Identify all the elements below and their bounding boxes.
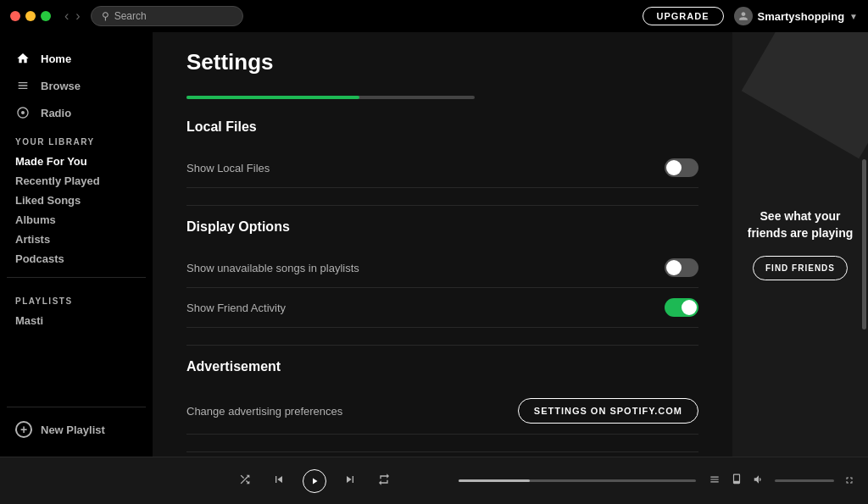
settings-panel: Settings Local Files Show Local Files Di… xyxy=(153,32,732,457)
player-controls xyxy=(183,469,446,493)
window-controls xyxy=(10,11,51,21)
progress-fill xyxy=(459,479,530,482)
user-menu-button[interactable]: Smartyshopping ▼ xyxy=(734,7,858,25)
right-panel-scrollbar[interactable] xyxy=(862,159,866,329)
playlists-section-label: PLAYLISTS xyxy=(7,286,146,311)
advertisement-section-title: Advertisement xyxy=(186,359,698,374)
sidebar-home-label: Home xyxy=(41,53,71,65)
toggle-thumb-2 xyxy=(666,260,682,275)
right-panel-text: See what your friends are playing xyxy=(732,208,868,241)
chevron-down-icon: ▼ xyxy=(849,12,858,21)
search-input[interactable] xyxy=(114,10,232,22)
search-bar[interactable]: ⚲ xyxy=(91,6,243,26)
sidebar-radio-label: Radio xyxy=(41,107,71,119)
sidebar-divider-2 xyxy=(7,407,146,407)
sidebar: Home Browse Radio YOUR LIBRARY Made For … xyxy=(0,32,153,457)
progress-bar[interactable] xyxy=(459,479,696,482)
fullscreen-button[interactable] xyxy=(844,474,854,488)
next-button[interactable] xyxy=(340,469,360,493)
sidebar-item-podcasts[interactable]: Podcasts xyxy=(7,249,146,269)
repeat-button[interactable] xyxy=(374,469,394,493)
settings-on-spotify-button[interactable]: SETTINGS ON SPOTIFY.COM xyxy=(518,398,698,424)
display-options-section-title: Display Options xyxy=(186,219,698,235)
titlebar: ‹ › ⚲ UPGRADE Smartyshopping ▼ xyxy=(0,0,868,32)
new-playlist-button[interactable]: + New Playlist xyxy=(7,416,146,443)
previous-button[interactable] xyxy=(269,469,289,493)
minimize-window-button[interactable] xyxy=(25,11,36,21)
volume-bar[interactable] xyxy=(775,479,834,482)
sidebar-item-masti[interactable]: Masti xyxy=(7,311,146,330)
advertising-preferences-label: Change advertising preferences xyxy=(186,405,342,418)
search-icon: ⚲ xyxy=(102,10,109,22)
advertisement-divider xyxy=(186,451,698,452)
toggle-thumb xyxy=(666,160,682,175)
player-progress-area xyxy=(446,479,709,482)
plus-icon: + xyxy=(15,421,32,438)
your-library-section-label: YOUR LIBRARY xyxy=(7,127,146,152)
devices-button[interactable] xyxy=(731,474,743,488)
sidebar-item-radio[interactable]: Radio xyxy=(7,100,146,125)
show-unavailable-toggle[interactable] xyxy=(665,258,698,277)
show-friend-activity-row: Show Friend Activity xyxy=(186,288,698,328)
back-button[interactable]: ‹ xyxy=(64,8,69,24)
forward-button[interactable]: › xyxy=(75,8,80,24)
shuffle-button[interactable] xyxy=(235,469,255,493)
volume-icon[interactable] xyxy=(753,474,765,488)
show-local-files-label: Show Local Files xyxy=(186,162,270,174)
sidebar-item-recently-played[interactable]: Recently Played xyxy=(7,171,146,191)
sidebar-item-made-for-you[interactable]: Made For You xyxy=(7,152,146,171)
username-label: Smartyshopping xyxy=(758,10,845,23)
settings-title: Settings xyxy=(186,49,698,75)
navigation-arrows: ‹ › xyxy=(64,8,81,24)
local-files-section-title: Local Files xyxy=(186,119,698,135)
show-local-files-toggle[interactable] xyxy=(665,158,698,177)
local-files-divider xyxy=(186,205,698,206)
right-panel: See what your friends are playing FIND F… xyxy=(732,32,868,457)
show-local-files-row: Show Local Files xyxy=(186,148,698,188)
sidebar-item-home[interactable]: Home xyxy=(7,46,146,71)
show-unavailable-label: Show unavailable songs in playlists xyxy=(186,262,359,274)
find-friends-button[interactable]: FIND FRIENDS xyxy=(753,256,848,280)
play-button[interactable] xyxy=(303,469,326,493)
display-divider xyxy=(186,345,698,346)
sidebar-item-browse[interactable]: Browse xyxy=(7,73,146,98)
settings-progress-bar xyxy=(186,96,475,99)
titlebar-right: UPGRADE Smartyshopping ▼ xyxy=(643,7,859,25)
sidebar-item-liked-songs[interactable]: Liked Songs xyxy=(7,191,146,210)
maximize-window-button[interactable] xyxy=(41,11,51,21)
advertising-preferences-row: Change advertising preferences SETTINGS … xyxy=(186,388,698,435)
sidebar-divider xyxy=(7,277,146,278)
main-layout: Home Browse Radio YOUR LIBRARY Made For … xyxy=(0,32,868,457)
show-unavailable-row: Show unavailable songs in playlists xyxy=(186,248,698,288)
player-right-controls xyxy=(709,474,854,488)
content-area: Settings Local Files Show Local Files Di… xyxy=(153,32,732,457)
new-playlist-label: New Playlist xyxy=(41,424,105,436)
home-icon xyxy=(15,51,31,66)
svg-point-0 xyxy=(21,111,25,114)
progress-fill xyxy=(186,96,359,99)
browse-icon xyxy=(15,78,31,93)
toggle-thumb-3 xyxy=(682,300,697,315)
close-window-button[interactable] xyxy=(10,11,20,21)
sidebar-item-albums[interactable]: Albums xyxy=(7,210,146,230)
sidebar-item-artists[interactable]: Artists xyxy=(7,230,146,249)
avatar xyxy=(734,7,753,25)
upgrade-button[interactable]: UPGRADE xyxy=(643,7,724,25)
show-friend-activity-label: Show Friend Activity xyxy=(186,302,286,314)
queue-button[interactable] xyxy=(709,474,721,488)
player-bar xyxy=(0,457,868,504)
radio-icon xyxy=(15,105,31,120)
sidebar-browse-label: Browse xyxy=(41,80,81,92)
show-friend-activity-toggle[interactable] xyxy=(665,298,698,317)
